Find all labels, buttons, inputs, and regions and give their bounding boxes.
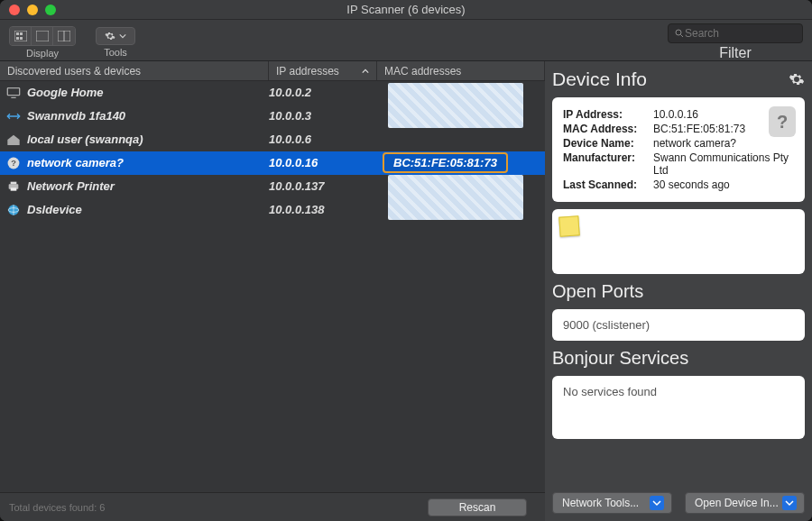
- filter-label: Filter: [719, 45, 752, 61]
- svg-rect-16: [11, 181, 17, 184]
- status-total: Total devices found: 6: [9, 502, 105, 513]
- detail-actions: Network Tools... Open Device In...: [552, 485, 805, 514]
- device-name: local user (swannqa): [27, 133, 269, 146]
- col-devices[interactable]: Discovered users & devices: [0, 61, 269, 80]
- open-device-label: Open Device In...: [695, 497, 779, 509]
- svg-rect-5: [36, 31, 49, 41]
- device-name: Swannvdb 1fa140: [27, 109, 269, 123]
- network-tools-button[interactable]: Network Tools...: [552, 492, 672, 514]
- open-ports-card: 9000 (cslistener): [552, 309, 805, 341]
- search-field[interactable]: [668, 23, 803, 43]
- svg-rect-0: [14, 31, 27, 41]
- scan-value: 30 seconds ago: [653, 178, 730, 191]
- svg-line-9: [681, 34, 684, 37]
- sticky-note-icon: [558, 215, 579, 236]
- table-row[interactable]: ? network camera? 10.0.0.16 BC:51:FE:05:…: [0, 151, 545, 175]
- device-name: Dsldevice: [27, 203, 269, 216]
- device-info-card: ? IP Address:10.0.0.16 MAC Address:BC:51…: [552, 97, 805, 202]
- mac-value: BC:51:FE:05:81:73: [653, 123, 745, 135]
- sort-asc-icon: [362, 68, 369, 75]
- name-value: network camera?: [653, 137, 736, 150]
- rescan-button[interactable]: Rescan: [428, 498, 527, 516]
- device-ip: 10.0.0.3: [269, 109, 377, 123]
- table-row[interactable]: local user (swannqa) 10.0.0.6: [0, 128, 545, 151]
- scan-label: Last Scanned:: [563, 178, 648, 191]
- filter-group: Filter: [668, 23, 803, 61]
- open-ports-title: Open Ports: [552, 281, 805, 302]
- col-ip[interactable]: IP addresses: [269, 61, 377, 80]
- svg-rect-3: [16, 37, 19, 40]
- main: Discovered users & devices IP addresses …: [0, 61, 812, 521]
- app-window: IP Scanner (6 devices) Display: [0, 0, 812, 521]
- open-device-in-button[interactable]: Open Device In...: [685, 492, 805, 514]
- display-group: Display: [9, 26, 76, 59]
- search-input[interactable]: [685, 27, 797, 40]
- device-rows: Google Home 10.0.0.2 Swannvdb 1fa140 10.…: [0, 81, 545, 492]
- question-icon: ?: [0, 157, 27, 169]
- svg-rect-17: [11, 187, 17, 190]
- column-headers: Discovered users & devices IP addresses …: [0, 61, 545, 81]
- view-list-button[interactable]: [32, 27, 53, 45]
- mac-label: MAC Address:: [563, 123, 648, 135]
- device-info-title-text: Device Info: [552, 69, 647, 90]
- mac-highlight: BC:51:FE:05:81:73: [383, 152, 508, 173]
- preview-thumb: [388, 83, 523, 128]
- ip-label: IP Address:: [563, 108, 648, 121]
- gear-icon[interactable]: [789, 71, 805, 87]
- device-mac: BC:51:FE:05:81:73: [377, 152, 545, 173]
- name-label: Device Name:: [563, 137, 648, 150]
- mfg-label: Manufacturer:: [563, 151, 648, 177]
- gear-icon: [105, 31, 115, 41]
- printer-icon: [0, 180, 27, 193]
- bonjour-title: Bonjour Services: [552, 348, 805, 369]
- network-tools-label: Network Tools...: [562, 497, 639, 509]
- device-avatar-unknown-icon: ?: [769, 106, 796, 137]
- ip-value: 10.0.0.16: [653, 108, 698, 121]
- svg-rect-2: [20, 32, 23, 35]
- display-seg: [9, 26, 76, 46]
- search-icon: [674, 28, 685, 39]
- titlebar: IP Scanner (6 devices): [0, 0, 812, 20]
- svg-point-8: [676, 30, 681, 35]
- status-bar: Total devices found: 6 Rescan: [0, 492, 545, 521]
- view-icons-button[interactable]: [10, 27, 32, 45]
- device-name: network camera?: [27, 156, 269, 169]
- svg-rect-10: [7, 87, 19, 95]
- display-label: Display: [26, 48, 59, 59]
- bonjour-card: No services found: [552, 376, 805, 439]
- device-info-title: Device Info: [552, 69, 805, 90]
- svg-text:?: ?: [11, 158, 16, 167]
- svg-rect-1: [16, 32, 19, 35]
- col-mac[interactable]: MAC addresses: [377, 61, 545, 80]
- preview-thumb: [388, 175, 523, 220]
- monitor-icon: [0, 87, 27, 99]
- globe-icon: [0, 204, 27, 216]
- tools-group: Tools: [96, 27, 135, 58]
- open-ports-text: 9000 (cslistener): [563, 318, 650, 332]
- device-ip: 10.0.0.137: [269, 179, 377, 193]
- device-name: Google Home: [27, 86, 269, 99]
- device-ip: 10.0.0.16: [269, 156, 377, 169]
- tools-label: Tools: [104, 47, 127, 58]
- device-ip: 10.0.0.138: [269, 203, 377, 216]
- device-ip: 10.0.0.2: [269, 86, 377, 99]
- device-list-pane: Discovered users & devices IP addresses …: [0, 61, 545, 521]
- chevron-down-icon: [782, 496, 797, 510]
- device-name: Network Printer: [27, 179, 269, 193]
- chevron-down-icon: [119, 32, 126, 40]
- notes-card[interactable]: [552, 209, 805, 274]
- bonjour-text: No services found: [563, 385, 657, 398]
- detail-pane: Device Info ? IP Address:10.0.0.16 MAC A…: [545, 61, 812, 521]
- tools-menu-button[interactable]: [96, 27, 135, 45]
- chevron-down-icon: [650, 496, 664, 510]
- device-ip: 10.0.0.6: [269, 133, 377, 146]
- mfg-value: Swann Communications Pty Ltd: [653, 151, 794, 177]
- house-icon: [0, 133, 27, 146]
- view-columns-button[interactable]: [53, 27, 75, 45]
- window-title: IP Scanner (6 devices): [0, 3, 812, 16]
- svg-rect-4: [20, 37, 23, 40]
- switch-icon: [0, 112, 27, 121]
- col-ip-label: IP addresses: [276, 65, 339, 78]
- toolbar: Display Tools Filter: [0, 20, 812, 61]
